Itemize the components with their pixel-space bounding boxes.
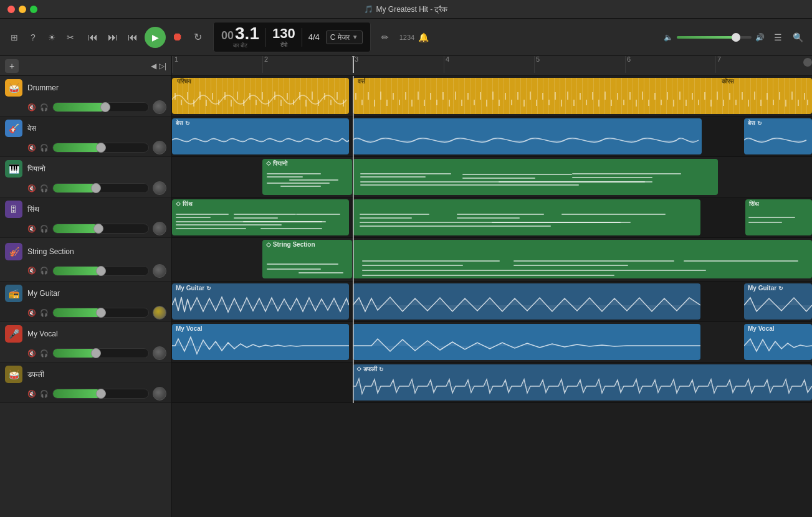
brightness-icon[interactable]: ☀: [45, 31, 59, 44]
volume-slider-bass[interactable]: [52, 143, 149, 153]
mute-icon-guitar[interactable]: 🔇: [27, 309, 36, 317]
guitar-clip-1[interactable]: My Guitar ↻: [172, 283, 349, 320]
track-controls-piano: 🔇 🎧: [5, 181, 166, 195]
headphone-icon-piano[interactable]: 🎧: [40, 184, 49, 192]
slider-thumb-synth[interactable]: [93, 224, 103, 234]
fast-forward-button[interactable]: ⏭: [105, 29, 121, 45]
lcd-icon[interactable]: ⊞: [7, 31, 21, 44]
mute-icon-string[interactable]: 🔇: [27, 267, 36, 275]
close-button[interactable]: [7, 6, 15, 13]
track-header-bass: 🎸 बेस 🔇 🎧: [0, 116, 171, 157]
guitar-waveform-3: [744, 293, 812, 317]
pan-knob-synth[interactable]: [153, 222, 166, 235]
rewind-button[interactable]: ⏮: [85, 29, 101, 45]
synth-clip-3[interactable]: सिंथ: [745, 199, 812, 235]
mute-icon-synth[interactable]: 🔇: [27, 225, 36, 233]
headphone-icon-guitar[interactable]: 🎧: [40, 309, 49, 317]
volume-high-icon: 🔊: [755, 33, 765, 42]
synth-clip-2[interactable]: [353, 199, 700, 235]
headphone-icon-drummer[interactable]: 🎧: [40, 103, 49, 111]
synth-clip-1[interactable]: ◇ सिंथ: [172, 199, 349, 235]
tracks-container[interactable]: परिचय वर्स कोरस: [172, 76, 812, 517]
list-icon[interactable]: ☰: [771, 31, 785, 44]
track-controls-guitar: 🔇 🎧: [5, 306, 166, 320]
add-track-button[interactable]: +: [5, 59, 19, 73]
volume-slider-synth[interactable]: [52, 224, 149, 234]
key-display[interactable]: C मेजर ▼: [326, 31, 363, 44]
slider-thumb-dafli[interactable]: [96, 389, 106, 399]
mute-icon-piano[interactable]: 🔇: [27, 184, 36, 192]
pan-knob-vocal[interactable]: [153, 346, 166, 360]
headphone-icon-vocal[interactable]: 🎧: [40, 349, 49, 358]
headphone-icon-synth[interactable]: 🎧: [40, 225, 49, 233]
help-icon[interactable]: ?: [26, 31, 40, 44]
pan-knob-drummer[interactable]: [153, 100, 166, 114]
piano-clip-2[interactable]: [353, 159, 718, 195]
mute-icon-dafli[interactable]: 🔇: [27, 390, 36, 398]
volume-slider-vocal[interactable]: [52, 348, 149, 358]
pan-knob-string[interactable]: [153, 264, 166, 278]
volume-slider-guitar[interactable]: [52, 308, 149, 318]
vocal-clip-1[interactable]: My Vocal: [172, 324, 349, 360]
bass-waveform-3: [744, 128, 812, 152]
headphone-icon-bass[interactable]: 🎧: [40, 144, 49, 152]
minimize-button[interactable]: [19, 6, 26, 13]
bass-clip-1[interactable]: बेस ↻: [172, 118, 349, 154]
headphone-icon-string[interactable]: 🎧: [40, 267, 49, 275]
slider-thumb-string[interactable]: [96, 266, 106, 276]
volume-slider-piano[interactable]: [52, 183, 149, 193]
string-clip-1[interactable]: ◇ String Section: [262, 240, 352, 278]
pencil-tool[interactable]: ✏: [378, 31, 392, 44]
track-icon-dafli: 🥁: [5, 366, 22, 383]
slider-thumb-drummer[interactable]: [100, 102, 110, 112]
piano-midi-1: [262, 170, 352, 192]
volume-thumb[interactable]: [732, 33, 740, 42]
loop-button[interactable]: ↻: [189, 29, 206, 45]
dafli-clip-1[interactable]: ◇ डफली ↻: [353, 364, 812, 401]
maximize-button[interactable]: [30, 6, 37, 13]
metronome-icon[interactable]: 🔔: [418, 32, 429, 42]
piano-midi-2: [353, 170, 718, 192]
ruler[interactable]: 1 2 3 4 5 6 7: [172, 56, 812, 76]
search-icon[interactable]: 🔍: [791, 31, 805, 44]
go-to-start-button[interactable]: ⏮: [125, 29, 141, 45]
record-button[interactable]: ⏺: [170, 29, 186, 45]
ruler-label-1: 1: [174, 56, 178, 63]
string-clip-2[interactable]: [353, 240, 812, 278]
volume-slider-string[interactable]: [52, 266, 149, 276]
mute-icon-vocal[interactable]: 🔇: [27, 349, 36, 358]
volume-slider-dafli[interactable]: [52, 389, 149, 399]
bass-clip-3[interactable]: बेस ↻: [744, 118, 812, 154]
title-bar: 🎵 My Greatest Hit - ट्रैक: [0, 0, 812, 19]
drummer-clip-1[interactable]: [172, 78, 349, 114]
mute-icon-drummer[interactable]: 🔇: [27, 103, 36, 111]
scissors-icon[interactable]: ✂: [64, 31, 77, 44]
guitar-label-3: My Guitar ↻: [748, 285, 783, 292]
slider-thumb-piano[interactable]: [91, 183, 101, 193]
vocal-clip-3[interactable]: My Vocal: [744, 324, 812, 360]
slider-thumb-guitar[interactable]: [96, 308, 106, 318]
volume-slider-drummer[interactable]: [52, 102, 149, 112]
synth-midi-1: [172, 211, 349, 233]
headphone-icon-dafli[interactable]: 🎧: [40, 390, 49, 398]
play-button[interactable]: ▶: [145, 27, 166, 48]
track-header-vocal: 🎤 My Vocal 🔇 🎧: [0, 322, 171, 363]
pan-knob-dafli[interactable]: [153, 387, 166, 401]
drummer-clip-2[interactable]: [353, 78, 812, 114]
timeline-area: 1 2 3 4 5 6 7: [172, 56, 812, 517]
sidebar-collapse-button[interactable]: ◀ ▷|: [151, 62, 166, 70]
master-volume: 🔈 🔊: [664, 33, 765, 42]
volume-slider[interactable]: [677, 36, 752, 39]
pan-knob-piano[interactable]: [153, 181, 166, 195]
guitar-clip-2[interactable]: [353, 283, 700, 320]
vocal-clip-2[interactable]: [353, 324, 700, 360]
track-icon-vocal: 🎤: [5, 325, 22, 343]
piano-clip-1[interactable]: ◇ पियानो: [262, 159, 352, 195]
bass-clip-2[interactable]: [353, 118, 702, 154]
slider-thumb-bass[interactable]: [96, 143, 106, 153]
pan-knob-bass[interactable]: [153, 141, 166, 154]
pan-knob-guitar[interactable]: [153, 306, 166, 320]
slider-thumb-vocal[interactable]: [91, 348, 101, 358]
mute-icon-bass[interactable]: 🔇: [27, 144, 36, 152]
guitar-clip-3[interactable]: My Guitar ↻: [744, 283, 812, 320]
